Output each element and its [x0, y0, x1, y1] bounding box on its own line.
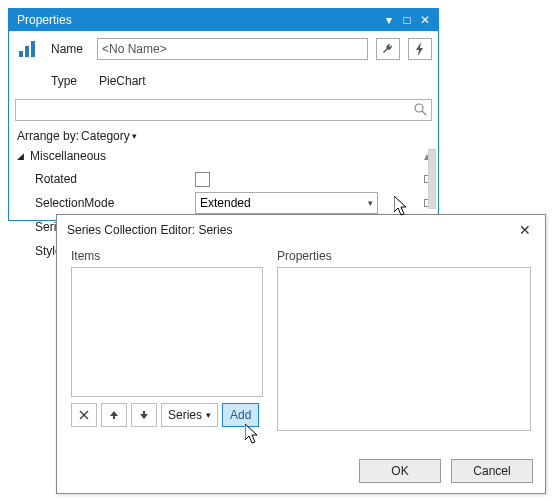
dialog-titlebar: Series Collection Editor: Series ✕: [57, 215, 545, 245]
rotated-label: Rotated: [35, 172, 195, 186]
prop-rotated: Rotated: [35, 167, 432, 191]
move-up-button[interactable]: [101, 403, 127, 427]
chart-icon: [15, 35, 43, 63]
close-icon[interactable]: ✕: [515, 220, 535, 240]
group-label: Miscellaneous: [30, 149, 106, 163]
rotated-checkbox[interactable]: [195, 172, 210, 187]
search-input[interactable]: [15, 99, 432, 121]
svg-rect-1: [25, 46, 29, 57]
series-type-select[interactable]: Series ▾: [161, 403, 218, 427]
move-down-button[interactable]: [131, 403, 157, 427]
items-toolbar: Series ▾ Add: [71, 403, 263, 427]
spacer: [15, 67, 43, 95]
properties-panel: Properties ▾ □ ✕ Name Type PieChart: [8, 8, 439, 221]
series-editor-dialog: Series Collection Editor: Series ✕ Items…: [56, 214, 546, 494]
properties-column: Properties: [277, 249, 531, 431]
panel-title: Properties: [17, 13, 380, 27]
scrollbar-thumb[interactable]: [428, 149, 436, 209]
name-input[interactable]: [97, 38, 368, 60]
svg-rect-2: [31, 41, 35, 57]
type-label: Type: [51, 74, 89, 88]
search-row: [9, 99, 438, 125]
group-miscellaneous[interactable]: ◢ Miscellaneous ▴: [9, 147, 438, 165]
chevron-down-icon: ▾: [206, 410, 211, 420]
close-icon[interactable]: ✕: [416, 12, 434, 28]
type-row: Type PieChart: [9, 67, 438, 99]
chevron-down-icon: ▾: [132, 131, 137, 141]
dropdown-icon[interactable]: ▾: [380, 12, 398, 28]
prop-selectionmode: SelectionMode Extended ▾: [35, 191, 432, 215]
dialog-footer: OK Cancel: [359, 459, 533, 483]
type-value: PieChart: [97, 74, 146, 88]
items-label: Items: [71, 249, 263, 263]
arrange-value: Category: [81, 129, 130, 143]
name-row: Name: [9, 31, 438, 67]
lightning-button[interactable]: [408, 38, 432, 60]
arrange-label: Arrange by:: [17, 129, 79, 143]
wrench-button[interactable]: [376, 38, 400, 60]
svg-rect-0: [19, 51, 23, 57]
series-type-label: Series: [168, 408, 202, 422]
items-column: Items Series ▾ Add: [71, 249, 263, 431]
items-listbox[interactable]: [71, 267, 263, 397]
remove-button[interactable]: [71, 403, 97, 427]
name-label: Name: [51, 42, 89, 56]
selectionmode-value: Extended: [200, 196, 251, 210]
properties-box[interactable]: [277, 267, 531, 431]
selectionmode-label: SelectionMode: [35, 196, 195, 210]
maximize-icon[interactable]: □: [398, 12, 416, 28]
ok-button[interactable]: OK: [359, 459, 441, 483]
arrange-row[interactable]: Arrange by: Category ▾: [9, 125, 438, 147]
dialog-body: Items Series ▾ Add: [57, 245, 545, 431]
expand-icon: ◢: [17, 151, 24, 161]
cancel-button[interactable]: Cancel: [451, 459, 533, 483]
titlebar: Properties ▾ □ ✕: [9, 9, 438, 31]
dialog-title: Series Collection Editor: Series: [67, 223, 515, 237]
selectionmode-select[interactable]: Extended ▾: [195, 192, 378, 214]
properties-label: Properties: [277, 249, 531, 263]
add-button[interactable]: Add: [222, 403, 259, 427]
add-label: Add: [230, 408, 251, 422]
chevron-down-icon: ▾: [368, 198, 373, 208]
